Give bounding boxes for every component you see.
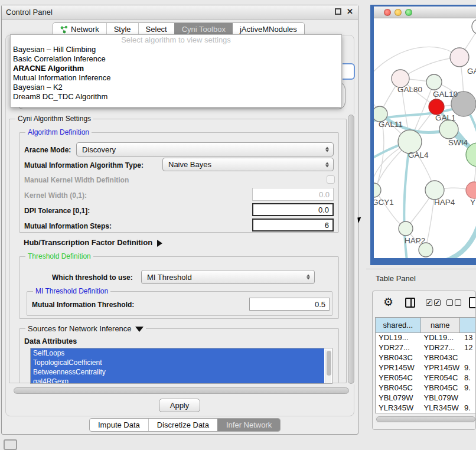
table-panel: ⚙ shared... name YDL19... YDL19... 13 YD… bbox=[372, 291, 476, 430]
algorithm-option[interactable]: Dream8 DC_TDC Algorithm bbox=[11, 92, 341, 102]
settings-horizontal-scrollbar[interactable] bbox=[12, 387, 350, 394]
tab-label: Style bbox=[114, 25, 131, 34]
cell bbox=[459, 353, 476, 363]
window-title: Control Panel bbox=[2, 8, 53, 17]
table-row[interactable]: YDR27... YDR27... 12 bbox=[376, 343, 476, 353]
attribute-item[interactable]: TopologicalCoefficient bbox=[31, 358, 324, 367]
attribute-item[interactable]: SelfLoops bbox=[31, 348, 324, 358]
node-label: HAP2 bbox=[405, 236, 425, 245]
table-row[interactable]: YDL19... YDL19... 13 bbox=[376, 333, 476, 343]
control-panel-titlebar: Control Panel ✕ bbox=[2, 5, 358, 19]
column-header-shared-name[interactable]: shared... bbox=[376, 318, 421, 332]
algorithm-option[interactable]: Mutual Information Inference bbox=[11, 73, 341, 83]
column-header-name[interactable]: name bbox=[421, 318, 460, 332]
kernel-width-field[interactable]: 0.0 bbox=[252, 188, 334, 201]
tab-impute-data[interactable]: Impute Data bbox=[90, 419, 148, 431]
threshold-definition-group: Threshold Definition Which threshold to … bbox=[19, 256, 339, 319]
collapsed-arrow-icon bbox=[157, 240, 162, 247]
node-swi4[interactable] bbox=[439, 120, 458, 139]
focused-combobox-fragment[interactable] bbox=[343, 63, 355, 80]
node-label: Y bbox=[470, 198, 475, 207]
cell: 9. bbox=[459, 383, 476, 393]
table-row[interactable]: YER054C YER054C 8. bbox=[376, 373, 476, 383]
deselect-all-checkboxes-icon[interactable] bbox=[446, 299, 461, 306]
node-gal7[interactable] bbox=[450, 48, 469, 67]
cell: YBR045C bbox=[376, 383, 420, 393]
gear-icon[interactable]: ⚙ bbox=[383, 296, 393, 308]
table-row[interactable]: YBR045C YBR045C 9. bbox=[376, 383, 476, 393]
table-row[interactable]: YBR043C YBR043C bbox=[376, 353, 476, 363]
node-gal10[interactable] bbox=[426, 74, 442, 90]
hub-definition-toggle[interactable]: Hub/Transcription Factor Definition bbox=[24, 238, 162, 247]
mi-threshold-label: Mutual Information Threshold: bbox=[32, 301, 134, 309]
network-canvas[interactable]: GAL GAL80 GAL10 GAL1 GAL11 SWI4 GAL4 GCY… bbox=[374, 18, 476, 258]
mi-algorithm-type-combobox[interactable]: Naive Bayes bbox=[162, 158, 334, 171]
export-table-icon[interactable] bbox=[469, 297, 476, 308]
column-header-partial[interactable] bbox=[460, 318, 476, 332]
aracne-mode-combobox[interactable]: Discovery bbox=[76, 142, 334, 156]
table-row[interactable]: YPR145W YPR145W 9. bbox=[376, 363, 476, 373]
which-threshold-combobox[interactable]: MI Threshold bbox=[141, 270, 315, 284]
attribute-item[interactable]: gal4RGexp bbox=[31, 377, 324, 384]
mouse-cursor bbox=[357, 217, 361, 224]
mi-threshold-definition-group: MI Threshold Definition Mutual Informati… bbox=[27, 291, 332, 316]
sources-toggle[interactable]: Sources for Network Inference bbox=[25, 324, 146, 333]
attributes-scrollbar[interactable] bbox=[325, 350, 331, 384]
tab-discretize-data[interactable]: Discretize Data bbox=[148, 419, 217, 431]
attribute-item[interactable]: BetweennessCentrality bbox=[31, 367, 324, 377]
tab-infer-network[interactable]: Infer Network bbox=[217, 419, 280, 431]
tab-jactivemnodules[interactable]: jActiveMNodules bbox=[233, 23, 304, 35]
group-title: Threshold Definition bbox=[25, 252, 93, 260]
close-icon[interactable]: ✕ bbox=[347, 8, 353, 15]
table-horizontal-scrollbar[interactable] bbox=[375, 416, 476, 423]
cell: 13 bbox=[459, 333, 476, 343]
node-hap4[interactable] bbox=[425, 181, 444, 200]
algorithm-option[interactable]: Bayesian – Hill Climbing bbox=[11, 45, 341, 54]
node-hap2[interactable] bbox=[399, 221, 413, 236]
table-row[interactable]: YBL079W YBL079W bbox=[376, 393, 476, 403]
node-unlabeled[interactable] bbox=[472, 19, 476, 34]
node-salmon[interactable] bbox=[466, 182, 476, 198]
float-window-icon[interactable] bbox=[335, 8, 341, 15]
node-gal4[interactable] bbox=[398, 130, 422, 154]
node-label: GAL80 bbox=[397, 85, 422, 94]
tab-style[interactable]: Style bbox=[106, 23, 138, 35]
cyni-bottom-tabbar: Impute Data Discretize Data Infer Networ… bbox=[89, 418, 281, 432]
cyni-algorithm-settings-group: Cyni Algorithm Settings Algorithm Defini… bbox=[9, 119, 347, 383]
node-gal1[interactable] bbox=[429, 99, 444, 115]
manual-kernel-width-label: Manual Kernel Width Definition bbox=[24, 176, 129, 184]
minimize-traffic-light-icon[interactable] bbox=[395, 9, 402, 16]
settings-vertical-scrollbar[interactable] bbox=[347, 114, 355, 384]
cell: YLR345W bbox=[376, 403, 420, 413]
algorithm-definition-group: Algorithm Definition Aracne Mode: Discov… bbox=[19, 132, 339, 233]
algorithm-dropdown-list: Select algorithm to view settings Bayesi… bbox=[10, 34, 342, 107]
tab-network[interactable]: Network bbox=[53, 23, 106, 35]
algorithm-option[interactable]: Basic Correlation Inference bbox=[11, 54, 341, 64]
hub-definition-label: Hub/Transcription Factor Definition bbox=[24, 238, 152, 247]
node-table: shared... name YDL19... YDL19... 13 YDR2… bbox=[375, 317, 476, 413]
algorithm-option[interactable]: Bayesian – K2 bbox=[11, 83, 341, 92]
close-traffic-light-icon[interactable] bbox=[384, 9, 391, 16]
dpi-tolerance-field[interactable]: 0.0 bbox=[252, 203, 334, 216]
data-attributes-list: SelfLoops TopologicalCoefficient Between… bbox=[30, 348, 332, 384]
partial-button[interactable] bbox=[4, 439, 17, 450]
select-all-checkboxes-icon[interactable] bbox=[426, 299, 441, 306]
manual-kernel-width-checkbox[interactable] bbox=[327, 175, 335, 184]
tab-cyni-toolbox[interactable]: Cyni Toolbox bbox=[174, 23, 233, 35]
mi-threshold-field[interactable]: 0.5 bbox=[249, 298, 330, 311]
apply-button[interactable]: Apply bbox=[159, 399, 200, 412]
node-label: HAP4 bbox=[434, 198, 455, 207]
algorithm-option-selected[interactable]: ARACNE Algorithm bbox=[11, 64, 341, 73]
group-title: MI Threshold Definition bbox=[33, 287, 110, 295]
cell: YDL19... bbox=[376, 333, 420, 343]
table-row[interactable]: YLR345W YLR345W 9. bbox=[376, 403, 476, 413]
zoom-traffic-light-icon[interactable] bbox=[405, 9, 412, 16]
dpi-tolerance-label: DPI Tolerance [0,1]: bbox=[24, 207, 90, 215]
combobox-value: Discovery bbox=[82, 145, 116, 154]
split-columns-icon[interactable] bbox=[405, 298, 415, 308]
mi-steps-field[interactable]: 6 bbox=[252, 219, 334, 231]
sources-group: Sources for Network Inference Data Attri… bbox=[19, 328, 339, 383]
tab-select[interactable]: Select bbox=[138, 23, 174, 35]
network-window-titlebar[interactable] bbox=[374, 6, 476, 18]
node-gcy1[interactable] bbox=[374, 183, 381, 197]
